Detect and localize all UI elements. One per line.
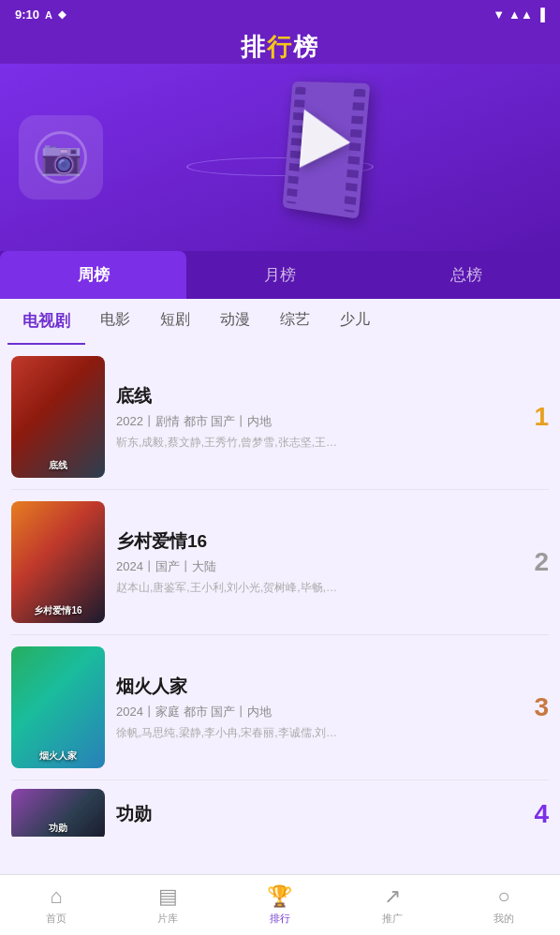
- item-meta-2: 2024丨国产丨大陆: [116, 558, 511, 575]
- item-cast-3: 徐帆,马思纯,梁静,李小冉,宋春丽,李诚儒,刘钧,孙千,王...: [116, 725, 341, 741]
- hero-banner: 📷: [0, 64, 560, 251]
- thumb-label-4: 功勋: [15, 822, 101, 835]
- category-bar: 电视剧 电影 短剧 动漫 综艺 少儿: [0, 299, 560, 345]
- item-thumb-2: 乡村爱情16: [11, 501, 105, 623]
- home-icon: ⌂: [50, 884, 62, 909]
- cat-variety[interactable]: 综艺: [265, 299, 325, 345]
- item-rank-4: 4: [523, 799, 549, 829]
- nav-mine-label: 我的: [494, 912, 514, 926]
- item-info-3: 烟火人家 2024丨家庭 都市 国产丨内地 徐帆,马思纯,梁静,李小冉,宋春丽,…: [116, 675, 511, 741]
- nav-rank-label: 排行: [270, 912, 290, 926]
- nav-promo-label: 推广: [382, 912, 403, 926]
- film-strip: [283, 82, 371, 219]
- cat-anime[interactable]: 动漫: [205, 299, 265, 345]
- rank-icon: 🏆: [267, 884, 292, 909]
- play-icon: [300, 110, 354, 173]
- cat-kids[interactable]: 少儿: [325, 299, 385, 345]
- item-thumb-4: 功勋: [11, 789, 105, 838]
- title-text: 排行榜: [241, 33, 319, 61]
- list-item-partial[interactable]: 功勋 功勋 4: [11, 780, 549, 837]
- status-icon-a: A: [45, 9, 52, 21]
- item-cast-2: 赵本山,唐鉴军,王小利,刘小光,贺树峰,毕畅,曹桐睿,张...: [116, 580, 341, 596]
- content-list: 底线 底线 2022丨剧情 都市 国产丨内地 靳东,成毅,蔡文静,王秀竹,曾梦雪…: [0, 345, 560, 902]
- status-right: ▼ ▲▲ ▐: [493, 7, 545, 22]
- nav-promo[interactable]: ↗ 推广: [336, 875, 449, 935]
- item-rank-2: 2: [523, 547, 549, 577]
- tabs-bar: 周榜 月榜 总榜: [0, 251, 560, 299]
- cat-tv[interactable]: 电视剧: [7, 299, 85, 345]
- nav-home-label: 首页: [46, 912, 66, 926]
- wifi-icon: ▼: [493, 7, 505, 22]
- thumb-label-2: 乡村爱情16: [15, 604, 101, 617]
- nav-library-label: 片库: [157, 912, 178, 926]
- list-item[interactable]: 烟火人家 烟火人家 2024丨家庭 都市 国产丨内地 徐帆,马思纯,梁静,李小冉…: [11, 635, 549, 780]
- cat-movie[interactable]: 电影: [85, 299, 145, 345]
- header: 排行榜: [0, 25, 560, 64]
- item-info-1: 底线 2022丨剧情 都市 国产丨内地 靳东,成毅,蔡文静,王秀竹,曾梦雪,张志…: [116, 384, 511, 451]
- thumb-label-1: 底线: [15, 459, 101, 472]
- item-title-4: 功勋: [116, 802, 511, 826]
- item-info-2: 乡村爱情16 2024丨国产丨大陆 赵本山,唐鉴军,王小利,刘小光,贺树峰,毕畅…: [116, 529, 511, 596]
- nav-library[interactable]: ▤ 片库: [112, 875, 225, 935]
- crown-icon: 行: [267, 33, 293, 61]
- item-title-1: 底线: [116, 384, 511, 408]
- status-left: 9:10 A ◆: [15, 7, 66, 22]
- hero-deco-left: 📷: [19, 115, 103, 200]
- tab-total[interactable]: 总榜: [374, 251, 560, 299]
- promo-icon: ↗: [384, 884, 401, 909]
- nav-mine[interactable]: ○ 我的: [448, 875, 560, 935]
- thumb-label-3: 烟火人家: [15, 749, 101, 763]
- page-title: 排行榜: [0, 31, 560, 64]
- list-item[interactable]: 底线 底线 2022丨剧情 都市 国产丨内地 靳东,成毅,蔡文静,王秀竹,曾梦雪…: [11, 345, 549, 490]
- camera-icon: 📷: [40, 138, 82, 177]
- list-item[interactable]: 乡村爱情16 乡村爱情16 2024丨国产丨大陆 赵本山,唐鉴军,王小利,刘小光…: [11, 490, 549, 635]
- signal-icon: ▲▲: [508, 7, 533, 22]
- cat-short[interactable]: 短剧: [145, 299, 205, 345]
- item-rank-3: 3: [523, 692, 549, 722]
- tab-weekly[interactable]: 周榜: [0, 251, 186, 299]
- battery-icon: ▐: [537, 7, 545, 22]
- status-bar: 9:10 A ◆ ▼ ▲▲ ▐: [0, 0, 560, 25]
- status-time: 9:10: [15, 7, 39, 22]
- library-icon: ▤: [158, 884, 178, 909]
- item-thumb-3: 烟火人家: [11, 646, 105, 768]
- item-cast-1: 靳东,成毅,蔡文静,王秀竹,曾梦雪,张志坚,王劲松: [116, 435, 341, 451]
- item-title-3: 烟火人家: [116, 675, 511, 699]
- mine-icon: ○: [498, 884, 510, 909]
- item-info-4: 功勋: [116, 802, 511, 826]
- status-icon-diamond: ◆: [58, 8, 66, 21]
- nav-home[interactable]: ⌂ 首页: [0, 875, 112, 935]
- item-meta-3: 2024丨家庭 都市 国产丨内地: [116, 704, 511, 720]
- nav-rank[interactable]: 🏆 排行: [224, 875, 336, 935]
- item-thumb-1: 底线: [11, 356, 105, 478]
- tab-monthly[interactable]: 月榜: [186, 251, 373, 299]
- item-title-2: 乡村爱情16: [116, 529, 511, 554]
- bottom-nav: ⌂ 首页 ▤ 片库 🏆 排行 ↗ 推广 ○ 我的: [0, 874, 560, 935]
- item-rank-1: 1: [523, 402, 549, 432]
- film-reel: [177, 73, 383, 242]
- item-meta-1: 2022丨剧情 都市 国产丨内地: [116, 413, 511, 430]
